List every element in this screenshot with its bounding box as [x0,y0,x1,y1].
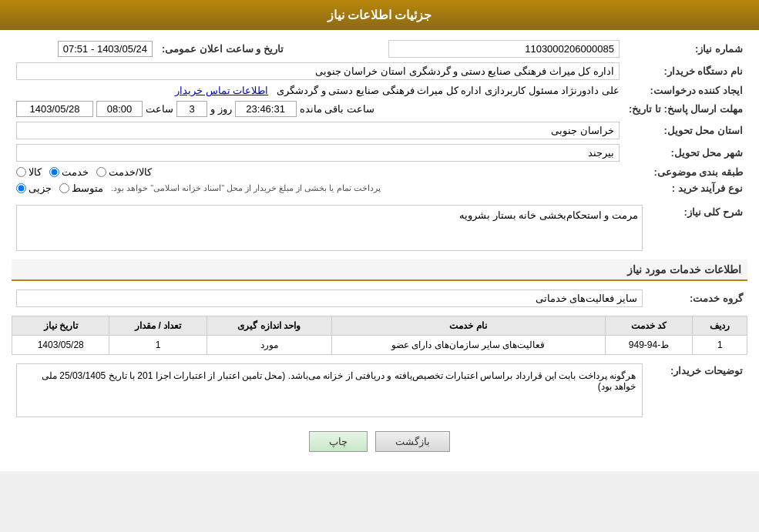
purchase-type-option-1: جزیی [16,182,52,194]
button-bar: بازگشت چاپ [12,431,747,463]
service-group-value: سایر فعالیت‌های خدماتی [16,289,643,307]
category-row: طبقه بندی موضوعی: کالا/خدمت خدمت کالا [12,164,747,180]
need-number-label: شماره نیاز: [624,38,747,60]
basic-info-table: شماره نیاز: 1103000206000085 تاریخ و ساع… [12,38,747,196]
services-table: ردیف کد خدمت نام خدمت واحد اندازه گیری ت… [12,316,747,355]
creator-label: ایجاد کننده درخواست: [624,82,747,99]
need-desc-container: مرمت و استحکام‌بخشی خانه بستار بشرویه [16,205,643,251]
back-button[interactable]: بازگشت [375,431,450,452]
service-group-row: گروه خدمت: سایر فعالیت‌های خدماتی [12,287,747,309]
category-option-2: خدمت [49,166,89,178]
col-unit: واحد اندازه گیری [207,316,331,336]
category-label: طبقه بندی موضوعی: [624,164,747,180]
cell-name: فعالیت‌های سایر سازمان‌های دارای عضو [331,336,605,355]
need-number-value: 1103000206000085 [388,40,620,58]
days-label: روز و [210,103,232,115]
category-option-3: کالا/خدمت [96,166,152,178]
category-radio-2[interactable] [49,167,59,177]
category-radio-1[interactable] [16,167,26,177]
province-value: خراسان جنوبی [16,122,620,139]
buyer-org-label: نام دستگاه خریدار: [624,60,747,82]
need-desc-value: مرمت و استحکام‌بخشی خانه بستار بشرویه [17,206,642,225]
service-group-table: گروه خدمت: سایر فعالیت‌های خدماتی [12,287,747,309]
col-row: ردیف [693,316,747,336]
service-group-label: گروه خدمت: [647,287,747,309]
services-title: اطلاعات خدمات مورد نیاز [627,263,741,276]
time-label: ساعت [146,103,173,115]
need-desc-table: شرح کلی نیاز: مرمت و استحکام‌بخشی خانه ب… [12,202,747,253]
services-section-header: اطلاعات خدمات مورد نیاز [12,259,747,281]
purchase-type2-label: متوسط [72,182,103,194]
deadline-label: مهلت ارسال پاسخ: تا تاریخ: [624,99,747,119]
page-container: جزئیات اطلاعات نیاز شماره نیاز: 11030002… [0,0,759,471]
page-title: جزئیات اطلاعات نیاز [327,8,432,22]
category-option-1: کالا [16,166,42,178]
col-name: نام خدمت [331,316,605,336]
purchase-type-option-2: متوسط [59,182,103,194]
buyer-org-row: نام دستگاه خریدار: اداره کل میراث فرهنگی… [12,60,747,82]
days-value: 3 [176,101,207,117]
table-row: 1 ط-94-949 فعالیت‌های سایر سازمان‌های دا… [12,336,747,355]
need-desc-label: شرح کلی نیاز: [647,202,747,253]
creator-value: علی دادورنژاد مسئول کاربردازی اداره کل م… [277,85,620,96]
services-table-header: ردیف کد خدمت نام خدمت واحد اندازه گیری ت… [12,316,747,336]
send-date-value: 1403/05/28 [16,101,93,117]
creator-link[interactable]: اطلاعات تماس خریدار [175,85,268,96]
cell-qty: 1 [109,336,207,355]
buyer-org-value: اداره کل میراث فرهنگی صنایع دستی و گردشگ… [16,62,620,80]
category-option3-label: کالا/خدمت [109,166,152,178]
purchase-type-desc: پرداخت تمام یا بخشی از مبلغ خریدار از مح… [111,183,381,193]
city-label: شهر محل تحویل: [624,142,747,164]
category-option2-label: خدمت [62,166,89,178]
cell-row: 1 [693,336,747,355]
creator-row: ایجاد کننده درخواست: علی دادورنژاد مسئول… [12,82,747,99]
purchase-type1-label: جزیی [29,182,52,194]
col-date: تاریخ نیاز [12,316,109,336]
cell-date: 1403/05/28 [12,336,109,355]
content-area: شماره نیاز: 1103000206000085 تاریخ و ساع… [0,30,759,471]
deadline-row: مهلت ارسال پاسخ: تا تاریخ: ساعت باقی مان… [12,99,747,119]
announce-value: 1403/05/24 - 07:51 [58,41,153,57]
province-row: استان محل تحویل: خراسان جنوبی [12,119,747,142]
cell-code: ط-94-949 [605,336,693,355]
purchase-type-row: نوع فرآیند خرید : پرداخت تمام یا بخشی از… [12,180,747,196]
city-value: بیرجند [16,144,620,162]
need-desc-row: شرح کلی نیاز: مرمت و استحکام‌بخشی خانه ب… [12,202,747,253]
purchase-type-label: نوع فرآیند خرید : [624,180,747,196]
category-option1-label: کالا [29,166,42,178]
buyer-notes-table: توضیحات خریدار: هرگونه پرداخت بابت این ق… [12,361,747,420]
purchase-type-radio-1[interactable] [16,183,26,193]
province-label: استان محل تحویل: [624,119,747,142]
category-radio-3[interactable] [96,167,106,177]
buyer-notes-label: توضیحات خریدار: [647,361,747,420]
send-time-value: 08:00 [96,101,143,117]
col-code: کد خدمت [605,316,693,336]
remaining-time-label: ساعت باقی مانده [300,103,374,115]
remaining-time-value: 23:46:31 [235,101,297,117]
page-header: جزئیات اطلاعات نیاز [0,0,759,30]
city-row: شهر محل تحویل: بیرجند [12,142,747,164]
print-button[interactable]: چاپ [309,431,368,452]
cell-unit: مورد [207,336,331,355]
buyer-notes-row: توضیحات خریدار: هرگونه پرداخت بابت این ق… [12,361,747,420]
buyer-notes-value: هرگونه پرداخت بابت این قرارداد براساس اع… [16,363,643,417]
need-number-row: شماره نیاز: 1103000206000085 تاریخ و ساع… [12,38,747,60]
col-qty: تعداد / مقدار [109,316,207,336]
purchase-type-radio-2[interactable] [59,183,69,193]
announce-label: تاریخ و ساعت اعلان عمومی: [157,38,288,60]
